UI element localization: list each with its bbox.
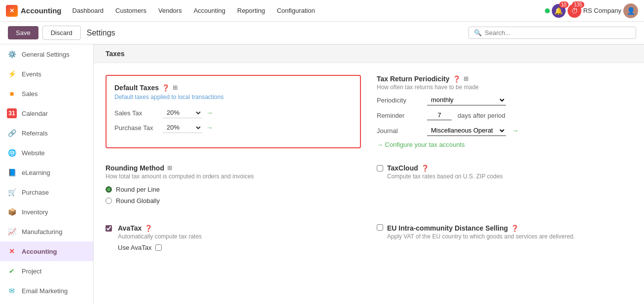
sidebar-item-general-settings[interactable]: ⚙️ General Settings	[0, 44, 93, 64]
periodicity-field-row: Periodicity monthly quarterly annually	[377, 95, 632, 105]
sidebar-label-accounting: Accounting	[22, 248, 57, 255]
sidebar-label-inventory: Inventory	[22, 208, 48, 216]
use-avatax-row: Use AvaTax	[118, 244, 202, 251]
sales-tax-arrow[interactable]: →	[206, 109, 213, 117]
periodicity-select[interactable]: monthly quarterly annually	[427, 95, 506, 105]
sidebar-item-email-marketing[interactable]: ✉ Email Marketing	[0, 281, 93, 301]
sidebar-item-elearning[interactable]: 📘 eLearning	[0, 163, 93, 182]
journal-select[interactable]: Miscellaneous Operat	[427, 125, 506, 136]
sidebar-item-calendar[interactable]: 31 Calendar	[0, 103, 93, 123]
toolbar: Save Discard Settings 🔍	[0, 22, 644, 44]
taxcloud-subtitle: Compute tax rates based on U.S. ZIP code…	[387, 173, 503, 180]
notifications-button[interactable]: 🔔 10	[552, 4, 566, 18]
sidebar-item-website[interactable]: 🌐 Website	[0, 143, 93, 163]
rounding-title: Rounding Method ⊞	[106, 164, 361, 172]
taxcloud-checkbox[interactable]	[377, 165, 383, 171]
eu-intra-section: EU Intra-community Distance Selling ❓ Ap…	[377, 224, 632, 251]
nav-vendors[interactable]: Vendors	[153, 4, 187, 17]
periodicity-select-wrapper: monthly quarterly annually	[427, 95, 506, 105]
search-input[interactable]	[485, 29, 631, 36]
periodicity-grid-icon[interactable]: ⊞	[464, 75, 468, 82]
avatax-title: AvaTax ❓	[118, 224, 202, 232]
sidebar-label-referrals: Referrals	[22, 130, 48, 137]
taxes-title: Taxes	[106, 50, 125, 58]
nav-configuration[interactable]: Configuration	[272, 4, 320, 17]
referrals-icon: 🔗	[7, 128, 17, 138]
notifications-badge: 10	[559, 1, 569, 8]
nav-reporting[interactable]: Reporting	[232, 4, 270, 17]
sidebar-item-accounting[interactable]: ✕ Accounting	[0, 241, 93, 261]
app-logo[interactable]: ✕ Accounting	[6, 5, 62, 17]
reminder-field-row: Reminder days after period	[377, 110, 632, 120]
default-taxes-subtitle: Default taxes applied to local transacti…	[114, 94, 352, 101]
default-taxes-grid-icon[interactable]: ⊞	[173, 84, 178, 91]
reminder-label: Reminder	[377, 112, 421, 119]
round-per-line-radio[interactable]	[106, 186, 112, 193]
save-button[interactable]: Save	[8, 26, 38, 39]
eu-intra-title: EU Intra-community Distance Selling ❓	[387, 224, 575, 232]
eu-intra-help-icon[interactable]: ❓	[511, 225, 519, 232]
avatax-content: AvaTax ❓ Automatically compute tax rates…	[118, 224, 202, 251]
events-icon: ⚡	[7, 69, 17, 79]
sidebar-item-events[interactable]: ⚡ Events	[0, 64, 93, 84]
sales-tax-select-wrapper: 20%	[163, 107, 202, 118]
eu-intra-content: EU Intra-community Distance Selling ❓ Ap…	[387, 224, 575, 244]
taxes-section-header: Taxes	[94, 44, 644, 63]
sidebar-item-manufacturing[interactable]: 📈 Manufacturing	[0, 222, 93, 241]
sales-tax-row: Sales Tax 20% →	[114, 107, 352, 118]
taxcloud-row: TaxCloud ❓ Compute tax rates based on U.…	[377, 164, 632, 184]
sidebar-item-purchase[interactable]: 🛒 Purchase	[0, 182, 93, 202]
reminder-suffix: days after period	[458, 112, 505, 119]
taxcloud-content: TaxCloud ❓ Compute tax rates based on U.…	[387, 164, 503, 184]
purchase-tax-row: Purchase Tax 20% →	[114, 122, 352, 133]
journal-label: Journal	[377, 127, 421, 135]
nav-accounting[interactable]: Accounting	[189, 4, 230, 17]
sidebar-label-purchase: Purchase	[22, 189, 49, 196]
company-name[interactable]: RS Company	[583, 7, 621, 14]
taxcloud-title: TaxCloud ❓	[387, 164, 503, 172]
rounding-subtitle: How total tax amount is computed in orde…	[106, 173, 361, 180]
discard-button[interactable]: Discard	[42, 26, 81, 40]
activity-badge: 135	[572, 1, 584, 8]
sales-tax-label: Sales Tax	[114, 109, 159, 117]
sidebar-item-referrals[interactable]: 🔗 Referrals	[0, 123, 93, 143]
default-taxes-help-icon[interactable]: ❓	[162, 84, 170, 92]
content-area: Taxes Default Taxes ❓ ⊞ Default taxes ap…	[94, 44, 644, 304]
sidebar-label-website: Website	[22, 149, 45, 157]
tax-return-periodicity-section: Tax Return Periodicity ❓ ⊞ How often tax…	[377, 75, 632, 148]
main-layout: ⚙️ General Settings ⚡ Events ■ Sales 31 …	[0, 44, 644, 304]
rounding-method-section: Rounding Method ⊞ How total tax amount i…	[106, 164, 361, 208]
sidebar: ⚙️ General Settings ⚡ Events ■ Sales 31 …	[0, 44, 94, 304]
sales-tax-select[interactable]: 20%	[163, 107, 202, 118]
round-globally-radio[interactable]	[106, 198, 112, 204]
sidebar-label-manufacturing: Manufacturing	[22, 228, 62, 236]
journal-field-row: Journal Miscellaneous Operat →	[377, 125, 632, 136]
purchase-tax-select[interactable]: 20%	[163, 122, 202, 133]
user-avatar[interactable]: 👤	[623, 3, 638, 18]
avatax-checkbox[interactable]	[106, 225, 112, 232]
use-avatax-label: Use AvaTax	[118, 244, 151, 251]
periodicity-help-icon[interactable]: ❓	[453, 75, 461, 83]
sidebar-item-project[interactable]: ✔ Project	[0, 261, 93, 281]
configure-tax-accounts-link[interactable]: → Configure your tax accounts	[377, 141, 465, 148]
avatax-help-icon[interactable]: ❓	[144, 225, 152, 232]
reminder-input[interactable]	[427, 110, 452, 120]
use-avatax-checkbox[interactable]	[155, 244, 162, 251]
sidebar-item-sales[interactable]: ■ Sales	[0, 84, 93, 103]
sidebar-label-elearning: eLearning	[22, 169, 50, 176]
round-globally-label[interactable]: Round Globally	[116, 197, 160, 204]
activity-button[interactable]: ⏱ 135	[568, 4, 581, 18]
sidebar-item-inventory[interactable]: 📦 Inventory	[0, 202, 93, 222]
app-name: Accounting	[21, 6, 62, 15]
nav-customers[interactable]: Customers	[110, 4, 151, 17]
sidebar-label-project: Project	[22, 268, 41, 275]
purchase-tax-arrow[interactable]: →	[206, 124, 213, 132]
journal-arrow[interactable]: →	[512, 127, 519, 135]
eu-intra-checkbox[interactable]	[377, 224, 383, 231]
round-per-line-label[interactable]: Round per Line	[116, 186, 160, 193]
top-navigation: ✕ Accounting Dashboard Customers Vendors…	[0, 0, 644, 22]
nav-dashboard[interactable]: Dashboard	[68, 4, 109, 17]
inventory-icon: 📦	[7, 207, 17, 217]
taxcloud-help-icon[interactable]: ❓	[421, 165, 429, 172]
rounding-grid-icon[interactable]: ⊞	[167, 165, 172, 171]
